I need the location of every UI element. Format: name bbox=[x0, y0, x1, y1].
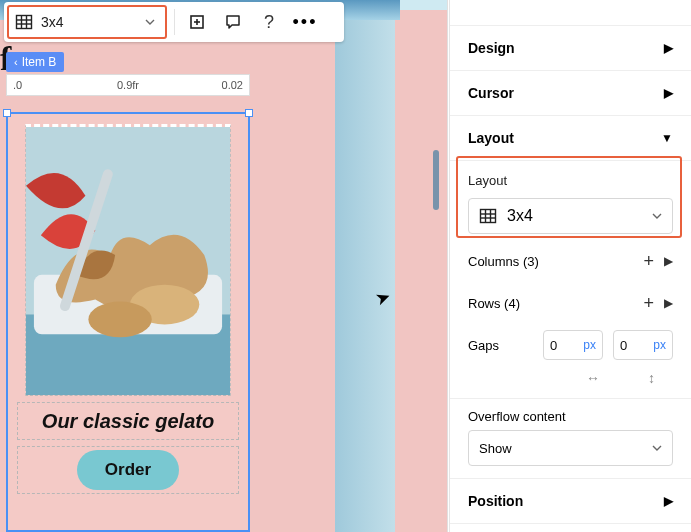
canvas-decor-column bbox=[335, 0, 395, 532]
layout-sub-label: Layout bbox=[468, 173, 673, 188]
svg-rect-14 bbox=[481, 210, 496, 223]
chevron-down-icon bbox=[652, 207, 662, 225]
rows-row: Rows (4) + ▶ bbox=[450, 282, 691, 324]
vertical-arrow-icon: ↕ bbox=[648, 370, 655, 386]
svg-point-13 bbox=[88, 302, 151, 338]
ruler-tick-start: .0 bbox=[13, 79, 22, 91]
comment-icon bbox=[224, 13, 242, 31]
column-ruler[interactable]: .0 0.9fr 0.02 bbox=[6, 74, 250, 96]
rows-expand-button[interactable]: ▶ bbox=[664, 296, 673, 310]
ruler-tick-mid: 0.9fr bbox=[117, 79, 139, 91]
button-cell[interactable]: Order bbox=[17, 446, 239, 494]
ruler-tick-end: 0.02 bbox=[222, 79, 243, 91]
section-design[interactable]: Design ▶ bbox=[450, 26, 691, 71]
add-column-button[interactable]: + bbox=[643, 252, 654, 270]
chevron-right-icon: ▶ bbox=[664, 41, 673, 55]
overflow-dropdown[interactable]: Show bbox=[468, 430, 673, 466]
gelato-image bbox=[26, 127, 230, 395]
selected-frame[interactable]: Our classic gelato Order bbox=[6, 112, 250, 532]
horizontal-arrow-icon: ↔ bbox=[586, 370, 600, 386]
layout-size-dropdown[interactable]: 3x4 bbox=[468, 198, 673, 234]
crop-button[interactable] bbox=[179, 4, 215, 40]
gaps-label: Gaps bbox=[468, 338, 533, 353]
gaps-row: Gaps 0 px 0 px bbox=[450, 324, 691, 366]
chevron-down-icon: ▼ bbox=[661, 131, 673, 145]
section-cursor[interactable]: Cursor ▶ bbox=[450, 71, 691, 116]
section-design-label: Design bbox=[468, 40, 515, 56]
floating-toolbar: 3x4 ? ••• bbox=[4, 2, 344, 42]
overflow-value: Show bbox=[479, 441, 512, 456]
gap-vertical-input[interactable]: 0 px bbox=[613, 330, 673, 360]
gap-horizontal-value: 0 bbox=[550, 338, 579, 353]
gap-vertical-unit[interactable]: px bbox=[653, 338, 666, 352]
chevron-down-icon bbox=[652, 441, 662, 456]
resize-handle-nw[interactable] bbox=[3, 109, 11, 117]
grid-icon bbox=[15, 13, 33, 31]
layout-section-body: Layout 3x4 bbox=[450, 161, 691, 240]
overflow-label: Overflow content bbox=[450, 399, 691, 430]
gap-horizontal-input[interactable]: 0 px bbox=[543, 330, 603, 360]
image-cell[interactable] bbox=[25, 124, 231, 396]
resize-handle-ne[interactable] bbox=[245, 109, 253, 117]
columns-expand-button[interactable]: ▶ bbox=[664, 254, 673, 268]
comment-button[interactable] bbox=[215, 4, 251, 40]
section-cursor-label: Cursor bbox=[468, 85, 514, 101]
grid-icon bbox=[479, 207, 497, 225]
gap-vertical-value: 0 bbox=[620, 338, 649, 353]
section-layout-label: Layout bbox=[468, 130, 514, 146]
order-button-label: Order bbox=[105, 460, 151, 479]
breadcrumb-item-tag[interactable]: ‹ Item B bbox=[6, 52, 64, 72]
more-icon: ••• bbox=[293, 13, 318, 31]
chevron-left-icon: ‹ bbox=[14, 56, 18, 68]
caption-text: Our classic gelato bbox=[42, 410, 214, 433]
section-layout[interactable]: Layout ▼ bbox=[450, 116, 691, 161]
crop-icon bbox=[188, 13, 206, 31]
more-button[interactable]: ••• bbox=[287, 4, 323, 40]
grid-size-dropdown[interactable]: 3x4 bbox=[7, 5, 167, 39]
item-tag-label: Item B bbox=[22, 55, 57, 69]
gap-direction-row: ↔ ↕ bbox=[450, 366, 691, 398]
chevron-right-icon: ▶ bbox=[664, 494, 673, 508]
add-row-button[interactable]: + bbox=[643, 294, 654, 312]
help-icon: ? bbox=[260, 13, 278, 31]
columns-row: Columns (3) + ▶ bbox=[450, 240, 691, 282]
chevron-down-icon bbox=[141, 13, 159, 31]
columns-label: Columns (3) bbox=[468, 254, 539, 269]
caption-cell[interactable]: Our classic gelato bbox=[17, 402, 239, 440]
chevron-right-icon: ▶ bbox=[664, 86, 673, 100]
gap-horizontal-unit[interactable]: px bbox=[583, 338, 596, 352]
properties-panel: Design ▶ Cursor ▶ Layout ▼ Layout 3x4 Co… bbox=[449, 0, 691, 532]
section-position-label: Position bbox=[468, 493, 523, 509]
rows-label: Rows (4) bbox=[468, 296, 520, 311]
order-button[interactable]: Order bbox=[77, 450, 179, 490]
panel-top-spacer bbox=[450, 0, 691, 26]
canvas-scrollbar[interactable] bbox=[433, 150, 439, 210]
svg-rect-0 bbox=[17, 16, 32, 29]
section-position[interactable]: Position ▶ bbox=[450, 479, 691, 524]
layout-size-value: 3x4 bbox=[507, 207, 533, 225]
help-button[interactable]: ? bbox=[251, 4, 287, 40]
grid-size-value: 3x4 bbox=[41, 14, 64, 30]
toolbar-divider bbox=[174, 9, 175, 35]
